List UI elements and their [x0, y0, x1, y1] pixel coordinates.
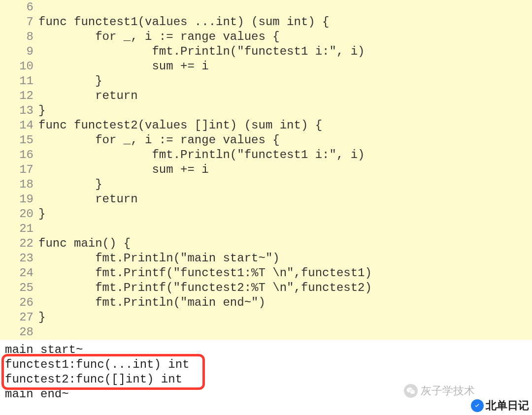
code-text: func main() {	[38, 236, 131, 251]
code-line: 9 fmt.Println("functest1 i:", i)	[0, 44, 532, 59]
code-text: fmt.Println("main end~")	[38, 295, 266, 310]
code-text: fmt.Printf("functest2:%T \n",functest2)	[38, 281, 372, 295]
code-text: return	[38, 192, 138, 207]
line-number: 15	[0, 133, 38, 148]
code-text: }	[38, 74, 102, 89]
code-line: 17 sum += i	[0, 162, 532, 177]
code-line: 15 for _, i := range values {	[0, 133, 532, 148]
code-text: for _, i := range values {	[38, 133, 280, 148]
code-text: fmt.Println("main start~")	[38, 251, 280, 266]
code-line: 10 sum += i	[0, 59, 532, 74]
code-text: }	[38, 103, 45, 118]
code-text: func functest2(values []int) (sum int) {	[38, 118, 322, 133]
code-text: fmt.Println("functest1 i:", i)	[38, 44, 365, 59]
output-line: main start~	[5, 343, 532, 357]
line-number: 14	[0, 118, 38, 133]
code-line: 16 fmt.Println("functest1 i:", i)	[0, 148, 532, 162]
code-text: return	[38, 89, 138, 103]
code-line: 25 fmt.Printf("functest2:%T \n",functest…	[0, 281, 532, 295]
watermark-wechat: 灰子学技术	[404, 383, 475, 398]
code-line: 24 fmt.Printf("functest1:%T \n",functest…	[0, 266, 532, 281]
check-circle-icon	[471, 399, 484, 412]
code-text: fmt.Printf("functest1:%T \n",functest1)	[38, 266, 372, 281]
output-line: functest1:func(...int) int	[5, 357, 532, 372]
watermark-wechat-text: 灰子学技术	[421, 383, 475, 398]
code-text: }	[38, 207, 45, 222]
line-number: 9	[0, 44, 38, 59]
code-text: func functest1(values ...int) (sum int) …	[38, 15, 330, 30]
code-line: 23 fmt.Println("main start~")	[0, 251, 532, 266]
line-number: 19	[0, 192, 38, 207]
code-text: sum += i	[38, 162, 209, 177]
code-line: 28	[0, 325, 532, 340]
code-line: 19 return	[0, 192, 532, 207]
code-line: 26 fmt.Println("main end~")	[0, 295, 532, 310]
code-line: 14func functest2(values []int) (sum int)…	[0, 118, 532, 133]
line-number: 23	[0, 251, 38, 266]
code-line: 7func functest1(values ...int) (sum int)…	[0, 15, 532, 30]
line-number: 11	[0, 74, 38, 89]
code-line: 27}	[0, 310, 532, 325]
line-number: 6	[0, 0, 38, 15]
line-number: 24	[0, 266, 38, 281]
line-number: 25	[0, 281, 38, 295]
watermark-brand: 北单日记	[471, 398, 529, 413]
code-line: 13}	[0, 103, 532, 118]
line-number: 12	[0, 89, 38, 103]
code-line: 20}	[0, 207, 532, 222]
line-number: 7	[0, 15, 38, 30]
line-number: 28	[0, 325, 38, 340]
wechat-icon	[404, 384, 418, 398]
code-line: 12 return	[0, 89, 532, 103]
line-number: 20	[0, 207, 38, 222]
code-line: 6	[0, 0, 532, 15]
line-number: 13	[0, 103, 38, 118]
line-number: 27	[0, 310, 38, 325]
line-number: 21	[0, 222, 38, 236]
code-text: }	[38, 310, 45, 325]
line-number: 8	[0, 30, 38, 44]
code-text: fmt.Println("functest1 i:", i)	[38, 148, 365, 162]
code-text: sum += i	[38, 59, 209, 74]
line-number: 10	[0, 59, 38, 74]
code-line: 22func main() {	[0, 236, 532, 251]
line-number: 26	[0, 295, 38, 310]
code-line: 21	[0, 222, 532, 236]
code-text: }	[38, 177, 102, 192]
line-number: 18	[0, 177, 38, 192]
code-line: 8 for _, i := range values {	[0, 30, 532, 44]
code-text: for _, i := range values {	[38, 30, 280, 44]
line-number: 16	[0, 148, 38, 162]
watermark-brand-text: 北单日记	[486, 398, 529, 413]
code-line: 18 }	[0, 177, 532, 192]
line-number: 22	[0, 236, 38, 251]
line-number: 17	[0, 162, 38, 177]
code-line: 11 }	[0, 74, 532, 89]
code-editor: 67func functest1(values ...int) (sum int…	[0, 0, 532, 340]
